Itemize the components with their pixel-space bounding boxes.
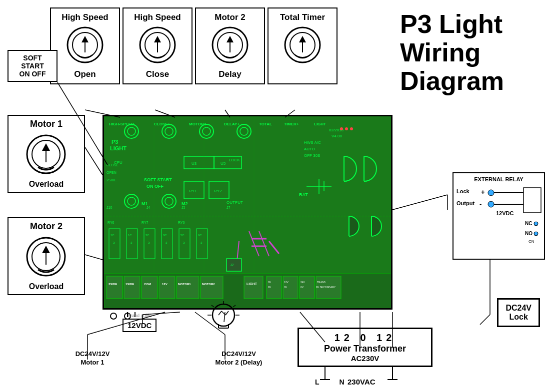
svg-text:SOFT START: SOFT START: [144, 177, 172, 182]
svg-text:ა: ა: [166, 241, 168, 244]
svg-text:6C: 6C: [198, 234, 202, 237]
svg-text:RY6: RY6: [178, 221, 185, 224]
svg-text:0V: 0V: [284, 286, 288, 289]
lock-line2: Lock: [506, 313, 532, 322]
svg-point-55: [128, 197, 136, 205]
svg-text:24V: 24V: [300, 281, 306, 284]
svg-rect-75: [159, 276, 175, 299]
svg-text:3C: 3C: [163, 234, 167, 237]
relay-high-speed-close: High Speed Close: [122, 7, 192, 84]
svg-text:TOTAL: TOTAL: [259, 122, 272, 126]
svg-text:J10: J10: [106, 206, 112, 209]
page-title: P3 Light Wiring Diagram: [400, 10, 540, 96]
svg-text:ა: ა: [148, 241, 150, 244]
svg-text:ON OFF: ON OFF: [146, 184, 164, 189]
svg-rect-79: [200, 276, 223, 299]
230vac-label: 230VAC: [348, 378, 376, 386]
svg-rect-77: [176, 276, 199, 299]
svg-rect-81: [244, 276, 263, 299]
svg-text:LOCK: LOCK: [229, 158, 240, 162]
relay-hs-close-symbol: [138, 25, 178, 65]
svg-text:U5: U5: [220, 161, 226, 166]
svg-text:TRANS: TRANS: [317, 281, 326, 284]
light-bulb-svg: [208, 300, 240, 335]
svg-point-54: [124, 194, 138, 208]
svg-line-162: [226, 311, 228, 315]
relay-tt-label: Total Timer: [274, 12, 330, 22]
svg-line-104: [269, 241, 279, 254]
diagram-container: P3 Light Wiring Diagram High Speed Open …: [0, 0, 550, 392]
svg-text:1C: 1C: [128, 234, 132, 237]
pcb-svg: HIGH-SPEED CLOSE+ MOTOR2 DELAY+ TOTAL TI…: [104, 116, 392, 310]
svg-point-109: [345, 127, 348, 130]
relay-motor2-delay: Motor 2 Delay: [195, 7, 265, 84]
svg-text:12VDC: 12VDC: [496, 210, 514, 216]
light-bulb-symbol: [208, 300, 240, 337]
svg-text:1C: 1C: [110, 234, 114, 237]
svg-text:RY6: RY6: [108, 221, 114, 224]
svg-rect-141: [226, 259, 242, 271]
svg-point-48: [162, 124, 176, 138]
motor1-symbol: [25, 133, 68, 176]
svg-text:LIGHT: LIGHT: [314, 122, 326, 126]
svg-text:ა: ა: [183, 241, 185, 244]
svg-text:OFF 30S: OFF 30S: [304, 153, 320, 158]
svg-marker-6: [154, 36, 161, 42]
svg-text:12V: 12V: [284, 281, 289, 284]
relay-hs-open-label: High Speed: [57, 12, 113, 22]
svg-marker-10: [226, 36, 234, 42]
svg-text:V4.00: V4.00: [332, 134, 342, 138]
svg-line-160: [218, 311, 222, 315]
relay-m2d-symbol: [210, 25, 250, 65]
relay-hs-open-sublabel: Open: [57, 69, 113, 79]
svg-rect-69: [106, 276, 122, 299]
svg-point-57: [165, 197, 173, 205]
svg-text:P3: P3: [112, 139, 118, 145]
svg-point-147: [488, 201, 494, 207]
svg-text:U3: U3: [192, 161, 197, 166]
svg-text:OPEN: OPEN: [106, 171, 116, 174]
svg-point-47: [128, 127, 136, 135]
svg-text:RY1: RY1: [189, 189, 197, 193]
svg-text:-: -: [480, 200, 482, 208]
title-line2: Wiring: [400, 38, 480, 67]
ln-labels: L N: [315, 378, 344, 386]
ext-relay-diagram: + - 12VDC NC: [478, 185, 544, 245]
svg-text:ა: ა: [200, 241, 202, 244]
relay-m2d-label: Motor 2: [202, 12, 258, 22]
svg-text:J5: J5: [182, 206, 186, 209]
soft-start-box: SOFTSTARTON OFF: [8, 50, 58, 82]
conn-dot-1: [110, 313, 117, 320]
svg-text:5C: 5C: [180, 234, 184, 237]
svg-text:M1: M1: [142, 201, 148, 206]
svg-rect-58: [184, 156, 214, 169]
svg-text:J7: J7: [226, 206, 230, 209]
title-line1: P3 Light: [400, 9, 502, 38]
svg-line-172: [85, 147, 102, 175]
svg-text:0V: 0V: [268, 281, 272, 284]
l-label: L: [315, 378, 320, 386]
svg-point-156: [212, 304, 234, 326]
svg-text:12V: 12V: [162, 283, 168, 286]
svg-point-110: [350, 127, 353, 130]
svg-line-192: [480, 315, 490, 325]
svg-marker-22: [42, 246, 50, 253]
output-label: Output: [456, 197, 474, 209]
svg-rect-71: [124, 276, 140, 299]
motor1-title: Motor 1: [12, 119, 81, 129]
soft-start-label: SOFTSTARTON OFF: [20, 54, 46, 78]
title-line3: Diagram: [400, 66, 504, 95]
relay-total-timer: Total Timer: [268, 7, 338, 84]
svg-text:2C: 2C: [146, 234, 150, 237]
svg-line-100: [259, 231, 269, 256]
power-transformer-box: 12 0 12 Power Transformer AC230V: [298, 328, 432, 367]
svg-text:DELAY+: DELAY+: [224, 122, 240, 126]
svg-point-53: [240, 127, 248, 135]
relay-tt-symbol: [282, 25, 322, 65]
svg-text:J4: J4: [146, 206, 150, 209]
svg-point-46: [124, 124, 138, 138]
svg-text:LIGHT: LIGHT: [110, 145, 126, 151]
svg-text:CPU: CPU: [114, 160, 122, 165]
motor1-overload-label: Overload: [12, 180, 81, 189]
svg-text:NC: NC: [525, 221, 532, 226]
